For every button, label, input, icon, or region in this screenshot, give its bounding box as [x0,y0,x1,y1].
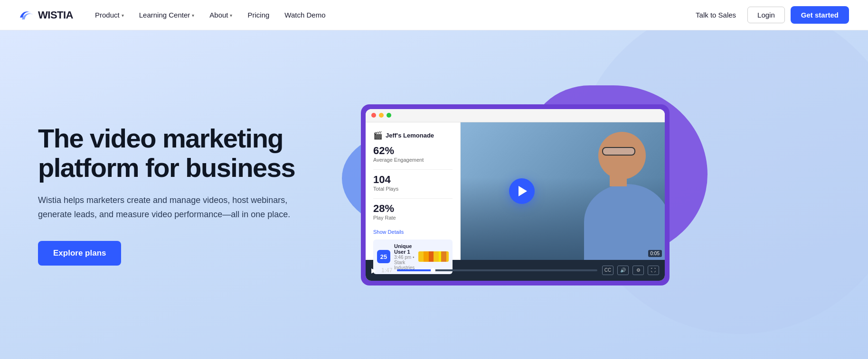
chevron-down-icon: ▾ [230,13,232,18]
fullscreen-icon: ⛶ [651,267,656,273]
heatmap-user-name: Unique User 1 [394,243,415,255]
stat-plays: 104 Total Plays [373,175,453,192]
player-icons: CC 🔊 ⚙ ⛶ [602,266,659,275]
person-area [547,122,665,260]
nav-item-pricing[interactable]: Pricing [241,7,276,23]
player-play-button[interactable]: ▶ [371,267,377,274]
hero-video-area: 🎬 Jeff's Lemonade 62% Average Engagement… [361,104,674,285]
cc-button[interactable]: CC [602,266,613,275]
hero-section: The video marketing platform for busines… [0,30,868,359]
video-thumbnail[interactable]: 0:05 [461,122,665,260]
stats-wistia-icon: 🎬 [373,131,383,140]
stat-playrate: 28% Play Rate [373,203,453,221]
stat-plays-value: 104 [373,175,453,185]
nav-item-about[interactable]: About ▾ [203,7,239,23]
chevron-down-icon: ▾ [192,13,194,18]
play-triangle-icon [519,186,527,196]
nav-item-learning-center[interactable]: Learning Center ▾ [132,7,201,23]
video-card-inner: 🎬 Jeff's Lemonade 62% Average Engagement… [366,122,665,260]
hero-title: The video marketing platform for busines… [38,124,342,182]
show-details-link[interactable]: Show Details [373,229,404,235]
stats-divider-1 [373,169,453,170]
heatmap-number: 25 [377,250,390,263]
person-head [598,132,646,179]
mac-titlebar [366,109,665,122]
play-button[interactable] [509,178,535,204]
mac-maximize-dot [387,113,391,118]
hero-content: The video marketing platform for busines… [38,124,342,266]
person-body [584,184,665,260]
wistia-logo-icon [19,9,34,21]
mac-close-dot [371,113,376,118]
hero-subtitle: Wistia helps marketers create and manage… [38,193,304,221]
heatmap-info: Unique User 1 3:46 pm • Stark Industries [394,243,415,270]
logo-text: WISTIA [38,9,73,21]
chevron-down-icon: ▾ [122,13,124,18]
login-button[interactable]: Login [747,7,785,23]
player-time-display: 1:47 [381,267,392,274]
fullscreen-button[interactable]: ⛶ [648,266,659,275]
heatmap-detail: 3:46 pm • Stark Industries [394,255,415,270]
stat-plays-label: Total Plays [373,186,453,192]
nav-item-product[interactable]: Product ▾ [88,7,131,23]
player-progress-bar[interactable] [397,269,597,271]
volume-button[interactable]: 🔊 [617,266,629,275]
video-card: 🎬 Jeff's Lemonade 62% Average Engagement… [366,109,665,281]
player-progress-fill [397,269,433,271]
heatmap-bar [418,251,449,262]
stat-engagement-label: Average Engagement [373,157,453,163]
play-button-circle[interactable] [509,178,535,204]
stats-video-title: Jeff's Lemonade [386,132,434,139]
talk-to-sales-link[interactable]: Talk to Sales [690,7,742,23]
nav-actions: Talk to Sales Login Get started [690,6,849,24]
player-progress-dot [431,268,435,273]
volume-icon: 🔊 [620,267,626,273]
video-player-outer: 🎬 Jeff's Lemonade 62% Average Engagement… [361,104,670,285]
settings-button[interactable]: ⚙ [632,266,644,275]
get-started-button[interactable]: Get started [791,6,849,24]
video-timestamp: 0:05 [648,250,662,257]
stats-divider-2 [373,198,453,199]
nav-menu: Product ▾ Learning Center ▾ About ▾ Pric… [88,7,332,23]
gear-icon: ⚙ [636,267,641,273]
navigation: WISTIA Product ▾ Learning Center ▾ About… [0,0,868,30]
logo[interactable]: WISTIA [19,9,73,21]
stat-playrate-value: 28% [373,203,453,214]
stat-engagement-value: 62% [373,146,453,156]
nav-item-watch-demo[interactable]: Watch Demo [278,7,332,23]
stat-playrate-label: Play Rate [373,215,453,221]
person-neck [610,174,627,186]
person-glasses [602,147,635,156]
explore-plans-button[interactable]: Explore plans [38,241,121,266]
stats-logo: 🎬 Jeff's Lemonade [373,131,453,140]
stat-engagement: 62% Average Engagement [373,146,453,163]
video-stats-panel: 🎬 Jeff's Lemonade 62% Average Engagement… [366,122,461,260]
mac-minimize-dot [379,113,384,118]
